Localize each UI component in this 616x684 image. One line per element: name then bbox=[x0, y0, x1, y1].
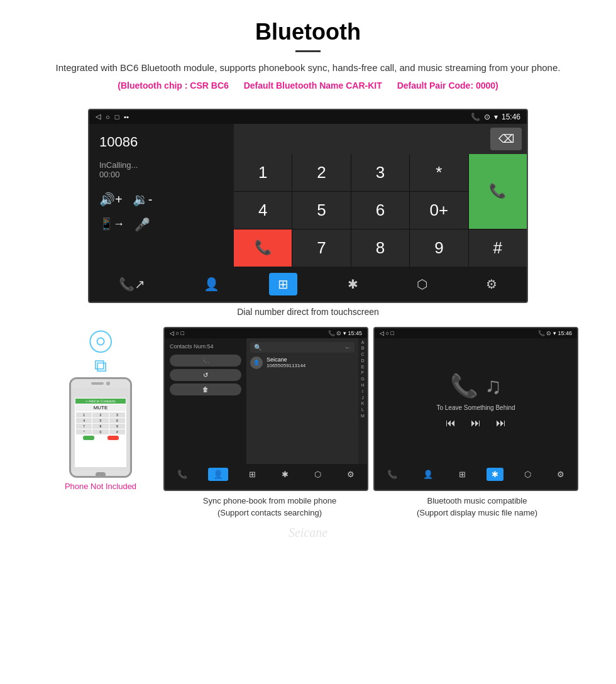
back-icon: ◁ bbox=[96, 113, 101, 121]
contacts-delete-btn[interactable]: 🗑 bbox=[170, 383, 241, 395]
phone-section: ⦾ ⧉ + Add to Contacts MUTE 123 456 789 *… bbox=[38, 327, 163, 491]
next-track-icon[interactable]: ⏭ bbox=[496, 417, 506, 429]
nav-bluetooth[interactable]: ✱ bbox=[339, 273, 367, 295]
transfer-icon[interactable]: 📱→ bbox=[99, 217, 124, 232]
bottom-section: ⦾ ⧉ + Add to Contacts MUTE 123 456 789 *… bbox=[0, 327, 616, 491]
alpha-e[interactable]: E bbox=[358, 364, 367, 370]
key-star[interactable]: * bbox=[410, 154, 468, 191]
backspace-button[interactable]: ⌫ bbox=[490, 128, 522, 150]
dial-left: 10086 InCalling... 00:00 🔊+ 🔉- 📱→ 🎤 bbox=[89, 124, 234, 267]
alpha-g[interactable]: G bbox=[358, 376, 367, 382]
small-nav-call[interactable]: 📞 bbox=[172, 468, 192, 481]
alpha-f[interactable]: F bbox=[358, 370, 367, 376]
alphabet-list[interactable]: A B C D E F G H I J K L M bbox=[358, 338, 367, 464]
home-icon: ○ bbox=[106, 113, 110, 121]
music-nav-dialpad[interactable]: ⊞ bbox=[454, 468, 471, 481]
key-8[interactable]: 8 bbox=[351, 229, 409, 267]
music-nav-transfer[interactable]: ⬡ bbox=[519, 468, 536, 481]
wifi-icon: ▾ bbox=[494, 113, 498, 121]
volume-up-icon[interactable]: 🔊+ bbox=[99, 192, 123, 207]
call-status-icon: 📞 bbox=[471, 113, 480, 121]
contacts-call-btn[interactable]: 📞 bbox=[170, 355, 241, 367]
key-7[interactable]: 7 bbox=[292, 229, 350, 267]
contact-list-item: 👤 Seicane 10655059113144 bbox=[250, 356, 355, 369]
backspace-small-icon: ← bbox=[344, 344, 351, 351]
nav-contacts[interactable]: 👤 bbox=[195, 273, 228, 295]
header-description: Integrated with BC6 Bluetooth module, su… bbox=[13, 61, 603, 75]
small-nav-dialpad[interactable]: ⊞ bbox=[244, 468, 261, 481]
music-bottom-nav: 📞 👤 ⊞ ✱ ⬡ ⚙ bbox=[375, 464, 577, 485]
music-nav-bluetooth[interactable]: ✱ bbox=[487, 468, 503, 481]
small-nav-settings[interactable]: ⚙ bbox=[342, 468, 360, 481]
contacts-search-input[interactable] bbox=[264, 344, 344, 351]
alpha-m[interactable]: M bbox=[358, 413, 367, 419]
nav-transfer[interactable]: ⬡ bbox=[408, 273, 436, 295]
music-screen: ◁ ○ □ 📞 ⊙ ▾ 15:46 📞 ♫ To Leave Something… bbox=[373, 327, 578, 491]
search-icon: 🔍 bbox=[254, 344, 261, 351]
small-nav-contacts[interactable]: 👤 bbox=[208, 468, 228, 481]
key-4[interactable]: 4 bbox=[234, 192, 292, 229]
phone-not-included-label: Phone Not Included bbox=[38, 482, 163, 491]
spec-name: Default Bluetooth Name CAR-KIT bbox=[244, 80, 382, 91]
contacts-sync-btn[interactable]: ↺ bbox=[170, 369, 241, 381]
end-call-button[interactable]: 📞 bbox=[234, 229, 292, 267]
key-3[interactable]: 3 bbox=[351, 154, 409, 191]
call-button[interactable]: 📞 bbox=[469, 154, 527, 229]
small-nav-bluetooth[interactable]: ✱ bbox=[277, 468, 294, 481]
phone-inner-numpad: 123 456 789 *0# bbox=[76, 412, 125, 434]
key-5[interactable]: 5 bbox=[292, 192, 350, 229]
dial-right: ⌫ 1 2 3 * 📞 4 5 6 0+ 📞 7 8 9 # bbox=[234, 124, 527, 267]
nav-settings[interactable]: ⚙ bbox=[477, 273, 506, 295]
contacts-count: Contacts Num:54 bbox=[170, 343, 241, 350]
music-body: 📞 ♫ To Leave Something Behind ⏮ ⏭ ⏭ bbox=[375, 338, 577, 464]
alpha-i[interactable]: I bbox=[358, 389, 367, 395]
contacts-body: Contacts Num:54 📞 ↺ 🗑 🔍 ← 👤 Seicane bbox=[165, 338, 367, 464]
music-caption: Bluetooth music compatible(Support displ… bbox=[376, 495, 578, 519]
small-nav-transfer[interactable]: ⬡ bbox=[309, 468, 326, 481]
nav-dialpad[interactable]: ⊞ bbox=[269, 273, 297, 295]
phone-screen-inner: + Add to Contacts MUTE 123 456 789 *0# bbox=[75, 398, 126, 467]
music-nav-contacts[interactable]: 👤 bbox=[418, 468, 438, 481]
bottom-captions: Sync phone-book from mobile phone(Suppor… bbox=[0, 491, 616, 519]
alpha-j[interactable]: J bbox=[358, 395, 367, 401]
alpha-h[interactable]: H bbox=[358, 382, 367, 389]
phone-add-contacts: + Add to Contacts bbox=[75, 399, 126, 404]
music-song-title: To Leave Something Behind bbox=[436, 404, 515, 411]
main-status-bar: ◁ ○ □ ▪▪ 📞 ⊙ ▾ 15:46 bbox=[89, 110, 527, 124]
alpha-a[interactable]: A bbox=[358, 339, 367, 346]
contacts-status-bar: ◁ ○ □ 📞 ⊙ ▾ 15:45 bbox=[165, 328, 367, 338]
key-hash[interactable]: # bbox=[469, 229, 527, 267]
location-icon: ⊙ bbox=[484, 113, 490, 121]
dial-volume-controls: 🔊+ 🔉- bbox=[99, 192, 224, 207]
contact-details: Seicane 10655059113144 bbox=[267, 356, 305, 368]
key-6[interactable]: 6 bbox=[351, 192, 409, 229]
nav-call[interactable]: 📞↗ bbox=[110, 273, 154, 295]
contacts-search-bar: 🔍 ← bbox=[250, 342, 355, 353]
alpha-k[interactable]: K bbox=[358, 400, 367, 407]
key-0plus[interactable]: 0+ bbox=[410, 192, 468, 229]
phone-call-buttons bbox=[76, 436, 125, 440]
contact-name: Seicane bbox=[267, 356, 305, 363]
backspace-row: ⌫ bbox=[234, 124, 527, 154]
alpha-b[interactable]: B bbox=[358, 345, 367, 351]
key-1[interactable]: 1 bbox=[234, 154, 292, 191]
contact-number: 10655059113144 bbox=[267, 363, 305, 368]
music-nav-call[interactable]: 📞 bbox=[382, 468, 402, 481]
volume-down-icon[interactable]: 🔉- bbox=[133, 192, 153, 207]
key-2[interactable]: 2 bbox=[292, 154, 350, 191]
alpha-c[interactable]: C bbox=[358, 351, 367, 358]
notification-icon: ▪▪ bbox=[124, 113, 129, 121]
alpha-d[interactable]: D bbox=[358, 358, 367, 364]
numpad: 1 2 3 * 📞 4 5 6 0+ 📞 7 8 9 # bbox=[234, 154, 527, 267]
music-caption-text: Bluetooth music compatible(Support displ… bbox=[417, 496, 537, 518]
prev-track-icon[interactable]: ⏮ bbox=[446, 417, 456, 429]
dial-caption: Dial number direct from touchscreen bbox=[0, 307, 616, 317]
music-playback-controls: ⏮ ⏭ ⏭ bbox=[446, 417, 506, 429]
alpha-l[interactable]: L bbox=[358, 407, 367, 413]
contacts-left-panel: Contacts Num:54 📞 ↺ 🗑 bbox=[165, 338, 246, 464]
key-9[interactable]: 9 bbox=[410, 229, 468, 267]
music-nav-settings[interactable]: ⚙ bbox=[552, 468, 569, 481]
play-pause-icon[interactable]: ⏭ bbox=[471, 417, 481, 429]
phone-display-number: MUTE bbox=[75, 404, 126, 411]
mute-icon[interactable]: 🎤 bbox=[135, 217, 150, 232]
